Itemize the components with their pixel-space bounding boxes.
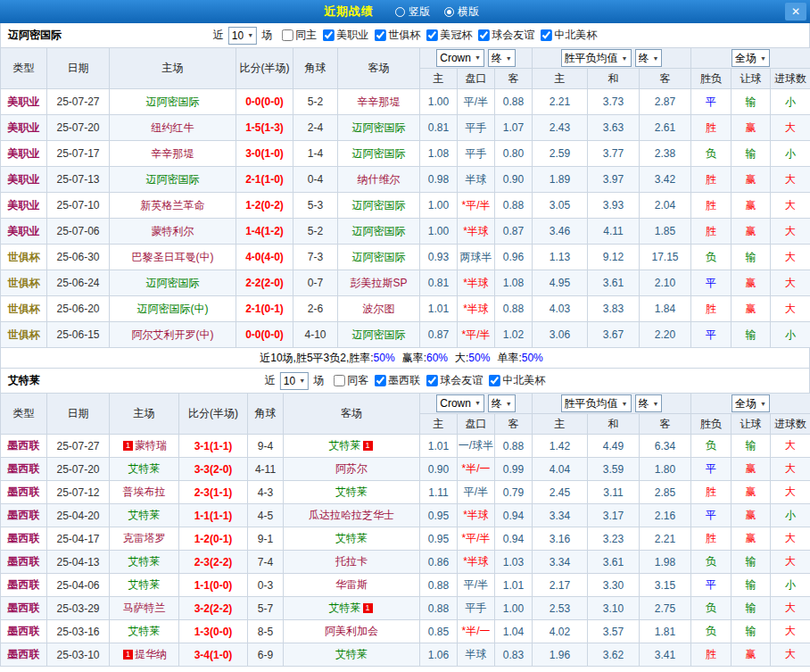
avg-draw-odds: 3.61 [588,551,640,574]
checkbox-input[interactable] [375,29,386,41]
league-type: 墨西联 [1,481,47,504]
col-sub-lose-odds: 客 [640,414,691,435]
handicap-result-cell: 赢 [731,527,771,551]
filter-checkbox-美冠杯[interactable]: 美冠杯 [426,28,472,43]
filter-near-label: 近 [213,28,224,43]
handicap-home-odds: 1.00 [420,219,458,245]
home-team-name: 艾特莱 [128,578,161,591]
section-header: 迈阿密国际 近 10▼场 同主美职业世俱杯美冠杯球会友谊中北美杯 [0,23,810,47]
layout-radio-vertical[interactable]: 竖版 [395,4,430,20]
chevron-down-icon: ▼ [653,55,659,62]
filter-games-label: 场 [261,28,272,43]
handicap-result-cell: 赢 [731,296,771,322]
corner-score: 7-4 [248,551,284,574]
popup-title: 近期战绩 [324,4,374,20]
chevron-down-icon: ▼ [506,55,512,62]
checkbox-input[interactable] [541,29,552,41]
home-team-cell: 艾特莱 [110,551,179,574]
checkbox-input[interactable] [426,375,438,386]
col-sub-win-odds: 主 [533,414,588,435]
score: 3-1(1-1) [179,435,248,458]
match-row: 墨西联25-04-06艾特莱1-1(0-0)0-3华雷斯0.88平/半1.012… [1,574,810,597]
match-count-select[interactable]: 10▼ [280,372,309,390]
summary-stat-value: 50% [374,352,395,364]
close-button[interactable]: ✕ [785,3,806,21]
handicap-away-odds: 0.94 [495,527,533,551]
avg-lose-odds: 2.85 [640,481,691,504]
handicap-away-odds: 0.90 [495,167,533,193]
avg-final-select[interactable]: 终▼ [635,394,663,412]
col-sub-win-odds: 主 [533,69,588,89]
col-home: 主场 [110,48,236,89]
checkbox-input[interactable] [489,375,500,386]
scope-select[interactable]: 全场▼ [731,394,770,412]
filter-checkbox-中北美杯[interactable]: 中北美杯 [541,28,597,43]
away-team-cell: 华雷斯 [284,574,420,597]
handicap-home-odds: 0.90 [420,458,458,481]
summary-text: 近10场,胜5平3负2, [260,352,349,364]
filter-checkbox-美职业[interactable]: 美职业 [323,28,368,43]
result-cell: 负 [691,435,731,458]
scope-select[interactable]: 全场▼ [731,49,770,67]
league-type: 墨西联 [1,620,47,643]
checkbox-input[interactable] [323,29,335,41]
handicap: 平手 [458,597,495,620]
layout-radio-horizontal[interactable]: 横版 [444,4,479,20]
odds-company-select[interactable]: Crown▼ [436,394,484,412]
match-count-select[interactable]: 10▼ [228,27,257,45]
score: 2-3(1-1) [179,481,248,504]
col-sub-lose-odds: 客 [640,69,691,89]
checkbox-input[interactable] [282,29,293,41]
match-row: 美职业25-07-13迈阿密国际2-1(1-0)0-4纳什维尔0.98半球0.9… [1,167,810,193]
away-team-cell: 波尔图 [338,296,420,322]
checkbox-input[interactable] [426,29,438,41]
avg-odds-select[interactable]: 胜平负均值▼ [561,49,632,67]
home-team-name: 艾特莱 [128,555,161,568]
checkbox-input[interactable] [375,375,386,386]
handicap-away-odds: 0.80 [495,141,533,167]
odds-company-select[interactable]: Crown▼ [436,49,484,67]
avg-draw-odds: 9.12 [588,245,640,270]
filter-checkbox-世俱杯[interactable]: 世俱杯 [375,28,420,43]
handicap-home-odds: 0.81 [420,115,458,141]
filter-checkbox-球会友谊[interactable]: 球会友谊 [426,373,483,388]
col-date: 日期 [47,394,110,435]
home-team-name: 马萨特兰 [123,601,166,614]
odds-final-select[interactable]: 终▼ [488,394,516,412]
filter-checkbox-同主[interactable]: 同主 [282,28,317,43]
away-team-name: 华雷斯 [335,578,368,591]
handicap: 平/半 [458,574,495,597]
score: 1-1(0-0) [179,574,248,597]
avg-draw-odds: 3.63 [588,115,640,141]
checkbox-label: 美职业 [336,28,368,43]
score: 3-0(1-0) [236,141,293,167]
filter-checkbox-墨西联[interactable]: 墨西联 [375,373,420,388]
results-table: 类型 日期 主场 比分(半场) 角球 客场 Crown▼终▼ 胜平负均值▼终▼ … [0,393,810,667]
col-type: 类型 [1,394,47,435]
col-sub-goals: 进球数 [771,69,810,89]
avg-odds-select[interactable]: 胜平负均值▼ [561,394,632,412]
filter-checkbox-球会友谊[interactable]: 球会友谊 [478,28,534,43]
avg-lose-odds: 3.42 [640,167,691,193]
goals-result-cell: 大 [771,481,810,504]
checkbox-input[interactable] [334,375,345,386]
filter-checkbox-中北美杯[interactable]: 中北美杯 [489,373,545,388]
league-type: 墨西联 [1,643,47,667]
handicap: *平/半 [458,322,495,348]
avg-final-select[interactable]: 终▼ [635,49,663,67]
league-type: 墨西联 [1,435,47,458]
checkbox-input[interactable] [478,29,490,41]
away-team-name: 艾特莱 [329,439,361,452]
goals-result-cell: 大 [771,435,810,458]
checkbox-label: 球会友谊 [440,373,483,388]
handicap-away-odds: 0.88 [495,193,533,219]
corner-score: 4-11 [248,458,284,481]
home-team-name: 迈阿密国际 [146,173,200,186]
odds-final-select[interactable]: 终▼ [488,49,516,67]
home-team-name: 蒙特瑞 [135,439,167,452]
corner-score: 2-4 [293,115,338,141]
goals-result-cell: 大 [771,597,810,620]
match-row: 世俱杯25-06-24迈阿密国际2-2(2-0)0-7彭美拉斯SP0.81*半球… [1,270,810,296]
home-team-name: 迈阿密国际(中) [137,303,209,315]
filter-checkbox-同客[interactable]: 同客 [334,373,368,388]
